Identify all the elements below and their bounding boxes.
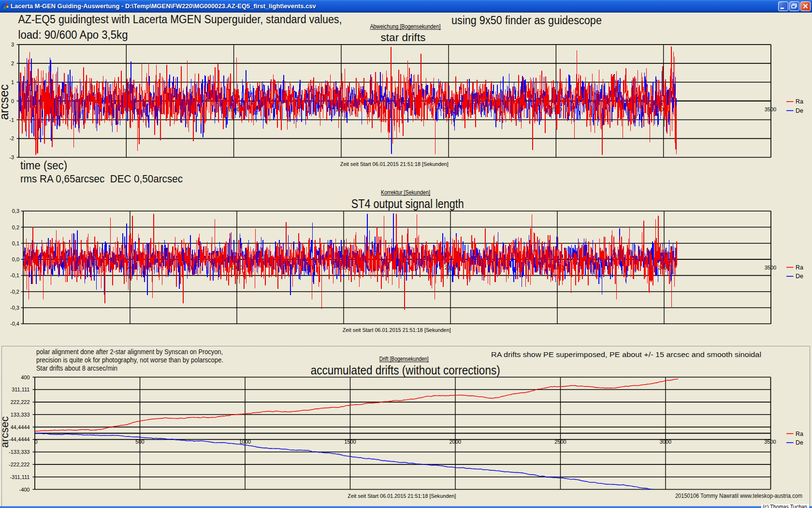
svg-text:rms RA 0,65arcsec DEC 0,50arc: rms RA 0,65arcsec DEC 0,50arcsec [20, 173, 183, 185]
svg-text:arcsec: arcsec [0, 417, 11, 448]
svg-text:star drifts: star drifts [381, 31, 426, 44]
svg-text:load: 90/600 Apo 3,5kg: load: 90/600 Apo 3,5kg [18, 29, 128, 41]
svg-text:-0,4: -0,4 [10, 321, 19, 327]
svg-text:De: De [796, 273, 803, 280]
svg-text:(c) Thomas Tuchan: (c) Thomas Tuchan [763, 504, 807, 508]
svg-text:-3: -3 [9, 154, 14, 160]
svg-text:3500: 3500 [764, 439, 776, 445]
svg-text:Korrektur [Sekunden]: Korrektur [Sekunden] [381, 189, 430, 196]
svg-text:-0,3: -0,3 [10, 305, 19, 311]
svg-text:-133,333: -133,333 [9, 449, 29, 455]
svg-text:0: 0 [34, 439, 37, 445]
svg-text:AZ-EQ5 guidingtest with Lacert: AZ-EQ5 guidingtest with Lacerta MGEN Sup… [18, 13, 342, 26]
svg-text:0: 0 [11, 98, 14, 104]
svg-text:0,2: 0,2 [12, 224, 19, 230]
svg-text:311,111: 311,111 [12, 387, 29, 392]
svg-text:accumulated drifts (without co: accumulated drifts (without corrections) [311, 363, 500, 377]
svg-text:ST4 output signal length: ST4 output signal length [351, 197, 464, 210]
svg-text:time (sec): time (sec) [20, 159, 67, 172]
svg-text:222,222: 222,222 [11, 399, 30, 405]
svg-text:2000: 2000 [450, 439, 461, 445]
svg-text:De: De [796, 439, 803, 446]
svg-text:-44,4444: -44,4444 [9, 436, 29, 442]
svg-text:polar alignment done after 2-s: polar alignment done after 2-star alignm… [36, 348, 223, 356]
svg-text:44,4444: 44,4444 [11, 424, 30, 430]
svg-text:-400: -400 [19, 487, 29, 493]
svg-text:-222,222: -222,222 [9, 462, 29, 467]
svg-text:-0,1: -0,1 [10, 272, 19, 278]
svg-text:RA drifts show PE superimposed: RA drifts show PE superimposed, PE about… [491, 350, 761, 359]
svg-text:Ra: Ra [796, 98, 803, 105]
svg-text:133,333: 133,333 [11, 412, 30, 418]
svg-text:2: 2 [11, 60, 14, 66]
svg-text:precision is quite ok for phot: precision is quite ok for photography, n… [36, 356, 223, 364]
svg-text:3500: 3500 [765, 106, 776, 112]
svg-text:arcsec: arcsec [0, 84, 11, 120]
svg-text:20150106 Tommy Nawratil www.te: 20150106 Tommy Nawratil www.teleskop-aus… [675, 492, 802, 499]
svg-text:-2: -2 [9, 135, 14, 141]
svg-text:Zeit seit Start 06.01.2015 21:: Zeit seit Start 06.01.2015 21:51:18 [Sek… [348, 493, 456, 499]
svg-text:using 9x50 finder as guidescop: using 9x50 finder as guidescope [451, 14, 602, 27]
svg-text:0,0: 0,0 [12, 256, 19, 262]
svg-text:-0,2: -0,2 [10, 289, 19, 295]
svg-text:Zeit seit Start 06.01.2015 21:: Zeit seit Start 06.01.2015 21:51:18 [Sek… [343, 327, 451, 333]
svg-text:3500: 3500 [765, 265, 776, 270]
svg-text:2500: 2500 [554, 439, 566, 445]
svg-text:3000: 3000 [660, 439, 671, 445]
svg-text:-311,111: -311,111 [10, 474, 30, 480]
svg-text:Ra: Ra [796, 264, 803, 271]
svg-text:Star drifts about 8 arcsec/min: Star drifts about 8 arcsec/min [36, 364, 117, 372]
svg-text:3: 3 [11, 42, 14, 47]
svg-text:Drift [Bogensekunden]: Drift [Bogensekunden] [379, 356, 429, 362]
svg-text:Abweichung [Bogensekunden]: Abweichung [Bogensekunden] [370, 23, 440, 30]
svg-text:0,3: 0,3 [12, 208, 19, 214]
svg-text:400: 400 [21, 374, 29, 380]
svg-text:De: De [796, 107, 803, 114]
svg-text:1: 1 [11, 79, 14, 85]
svg-text:0,1: 0,1 [12, 240, 19, 246]
svg-text:500: 500 [135, 439, 144, 445]
svg-text:Zeit seit Start 06.01.2015 21:: Zeit seit Start 06.01.2015 21:51:18 [Sek… [340, 161, 449, 167]
svg-text:1000: 1000 [239, 439, 251, 445]
svg-text:1500: 1500 [344, 439, 356, 445]
svg-text:Ra: Ra [796, 431, 803, 437]
